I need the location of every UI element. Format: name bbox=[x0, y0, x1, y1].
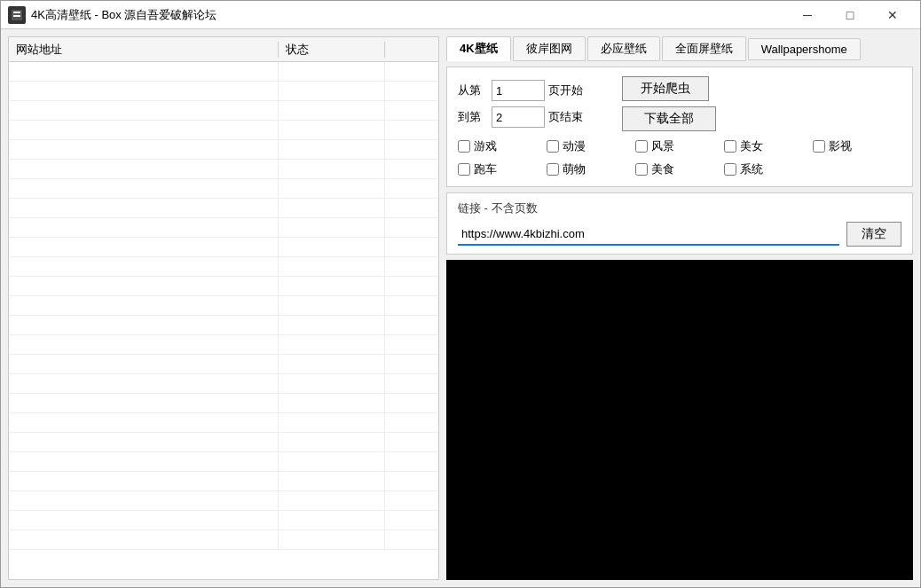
checkbox-game-label: 游戏 bbox=[474, 138, 497, 154]
checkbox-game[interactable]: 游戏 bbox=[458, 138, 547, 154]
checkbox-anime-input[interactable] bbox=[547, 140, 559, 153]
col-site-header: 网站地址 bbox=[9, 42, 279, 58]
checkbox-movie-label: 影视 bbox=[829, 138, 852, 154]
to-label: 到第 bbox=[458, 109, 492, 125]
display-area bbox=[446, 260, 913, 580]
minimize-button[interactable]: ─ bbox=[787, 3, 828, 27]
svg-rect-1 bbox=[13, 12, 20, 13]
checkbox-movie[interactable]: 影视 bbox=[813, 138, 901, 154]
page-controls-layout: 从第 页开始 到第 页结束 开始爬虫 下载全部 bbox=[458, 76, 901, 131]
checkbox-row-1: 游戏 动漫 风景 美女 bbox=[458, 138, 901, 154]
table-row bbox=[9, 218, 438, 238]
tab-full-screen[interactable]: 全面屏壁纸 bbox=[662, 36, 746, 61]
checkbox-cute[interactable]: 萌物 bbox=[547, 161, 635, 177]
table-row bbox=[9, 433, 438, 452]
table-row bbox=[9, 472, 438, 491]
page-rows: 从第 页开始 到第 页结束 bbox=[458, 80, 597, 128]
left-panel: 网站地址 状态 bbox=[8, 36, 439, 580]
table-row bbox=[9, 121, 438, 140]
window-title: 4K高清壁纸 - Box 源自吾爱破解论坛 bbox=[31, 7, 787, 23]
checkbox-scenery[interactable]: 风景 bbox=[635, 138, 724, 154]
app-icon bbox=[8, 6, 26, 24]
title-bar: 4K高清壁纸 - Box 源自吾爱破解论坛 ─ □ ✕ bbox=[1, 1, 920, 29]
checkbox-beauty-label: 美女 bbox=[740, 138, 763, 154]
url-input-row: 清空 bbox=[458, 222, 901, 247]
start-crawl-button[interactable]: 开始爬虫 bbox=[622, 76, 709, 101]
table-row bbox=[9, 374, 438, 394]
tab-bing-wallpaper[interactable]: 必应壁纸 bbox=[587, 36, 660, 61]
checkbox-cute-input[interactable] bbox=[547, 163, 559, 176]
window-controls: ─ □ ✕ bbox=[787, 3, 913, 27]
table-row bbox=[9, 530, 438, 550]
from-label: 从第 bbox=[458, 82, 492, 98]
checkbox-area: 游戏 动漫 风景 美女 bbox=[458, 138, 901, 177]
table-row bbox=[9, 82, 438, 101]
checkbox-race-label: 跑车 bbox=[474, 161, 497, 177]
table-row bbox=[9, 355, 438, 374]
from-input[interactable] bbox=[492, 80, 545, 101]
table-row bbox=[9, 413, 438, 433]
table-row bbox=[9, 296, 438, 316]
checkbox-beauty-input[interactable] bbox=[724, 140, 736, 153]
checkbox-system[interactable]: 系统 bbox=[724, 161, 813, 177]
table-rows bbox=[9, 62, 438, 579]
from-suffix: 页开始 bbox=[548, 82, 583, 98]
table-row bbox=[9, 277, 438, 296]
table-row bbox=[9, 199, 438, 218]
tabs-row: 4K壁纸 彼岸图网 必应壁纸 全面屏壁纸 Wallpapershome bbox=[446, 36, 913, 61]
url-input[interactable] bbox=[458, 223, 839, 246]
table-row bbox=[9, 452, 438, 472]
table-row bbox=[9, 101, 438, 121]
col-status-header: 状态 bbox=[279, 42, 385, 58]
table-row bbox=[9, 62, 438, 82]
table-row bbox=[9, 491, 438, 511]
from-row: 从第 页开始 bbox=[458, 80, 597, 101]
svg-rect-2 bbox=[13, 15, 20, 17]
table-row bbox=[9, 316, 438, 335]
to-input[interactable] bbox=[492, 106, 545, 128]
checkbox-scenery-input[interactable] bbox=[635, 140, 648, 153]
maximize-button[interactable]: □ bbox=[830, 3, 870, 27]
checkbox-food[interactable]: 美食 bbox=[635, 161, 724, 177]
checkbox-row-2: 跑车 萌物 美食 系统 bbox=[458, 161, 901, 177]
checkbox-food-label: 美食 bbox=[651, 161, 674, 177]
url-section: 链接 - 不含页数 清空 bbox=[446, 192, 913, 255]
table-row bbox=[9, 238, 438, 257]
checkbox-anime-label: 动漫 bbox=[563, 138, 586, 154]
table-row bbox=[9, 160, 438, 179]
download-all-button[interactable]: 下载全部 bbox=[622, 106, 716, 131]
tab-wallpapershome[interactable]: Wallpapershome bbox=[748, 38, 861, 60]
tab-pian-an[interactable]: 彼岸图网 bbox=[513, 36, 586, 61]
to-suffix: 页结束 bbox=[548, 109, 583, 125]
content-area: 网站地址 状态 bbox=[1, 29, 920, 587]
checkbox-beauty[interactable]: 美女 bbox=[724, 138, 813, 154]
checkbox-system-input[interactable] bbox=[724, 163, 736, 176]
table-row bbox=[9, 140, 438, 160]
table-row bbox=[9, 394, 438, 413]
checkbox-system-label: 系统 bbox=[740, 161, 763, 177]
checkbox-anime[interactable]: 动漫 bbox=[547, 138, 635, 154]
to-row: 到第 页结束 bbox=[458, 106, 597, 128]
checkbox-scenery-label: 风景 bbox=[651, 138, 674, 154]
tab-4k-wallpaper[interactable]: 4K壁纸 bbox=[446, 36, 511, 61]
right-panel: 4K壁纸 彼岸图网 必应壁纸 全面屏壁纸 Wallpapershome 从第 页… bbox=[446, 36, 913, 580]
table-header: 网站地址 状态 bbox=[9, 37, 438, 62]
action-buttons: 开始爬虫 下载全部 bbox=[622, 76, 716, 131]
checkbox-cute-label: 萌物 bbox=[563, 161, 586, 177]
checkbox-food-input[interactable] bbox=[635, 163, 648, 176]
checkbox-game-input[interactable] bbox=[458, 140, 470, 153]
table-row bbox=[9, 335, 438, 355]
checkbox-race-input[interactable] bbox=[458, 163, 470, 176]
close-button[interactable]: ✕ bbox=[872, 3, 913, 27]
controls-section: 从第 页开始 到第 页结束 开始爬虫 下载全部 bbox=[446, 67, 913, 187]
table-row bbox=[9, 511, 438, 530]
url-section-label: 链接 - 不含页数 bbox=[458, 200, 901, 216]
clear-button[interactable]: 清空 bbox=[846, 222, 901, 247]
checkbox-movie-input[interactable] bbox=[813, 140, 825, 153]
checkbox-race[interactable]: 跑车 bbox=[458, 161, 547, 177]
table-row bbox=[9, 179, 438, 199]
main-window: 4K高清壁纸 - Box 源自吾爱破解论坛 ─ □ ✕ 网站地址 状态 bbox=[0, 0, 921, 588]
table-row bbox=[9, 257, 438, 277]
